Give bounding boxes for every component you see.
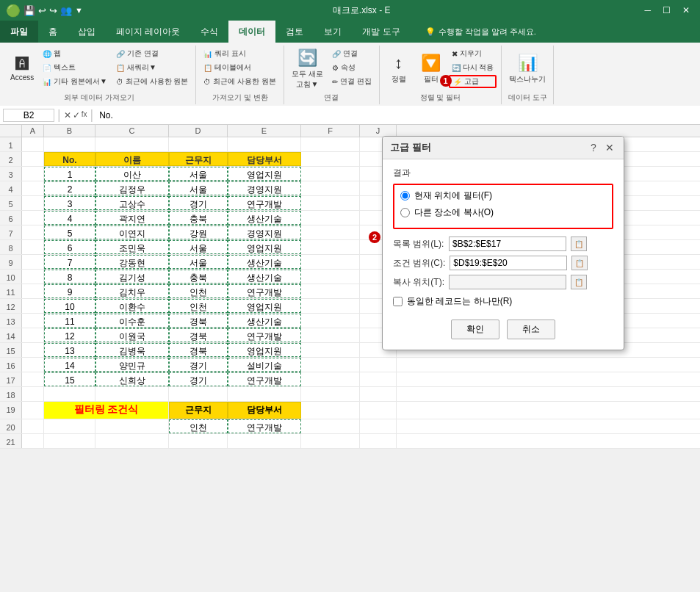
cell-d17[interactable]: 경기	[169, 372, 228, 386]
cell-a13[interactable]	[22, 314, 44, 328]
row-header-13[interactable]: 13	[0, 314, 22, 328]
cell-c15[interactable]: 김병욱	[95, 343, 169, 357]
cell-f15[interactable]	[301, 343, 360, 357]
cell-e8[interactable]: 영업지원	[228, 240, 301, 254]
cancel-button[interactable]: 취소	[507, 320, 555, 339]
tab-formulas[interactable]: 수식	[190, 21, 228, 43]
cell-c3[interactable]: 이산	[95, 167, 169, 181]
cell-a12[interactable]	[22, 299, 44, 313]
cell-d3[interactable]: 서울	[169, 167, 228, 181]
dialog-close-button[interactable]: ✕	[603, 141, 616, 154]
col-header-a[interactable]: A	[22, 125, 44, 137]
cell-c12[interactable]: 이환수	[95, 299, 169, 313]
redo-icon[interactable]: ↪	[49, 5, 57, 16]
cell-b6[interactable]: 4	[44, 211, 95, 225]
cell-f18[interactable]	[301, 387, 360, 401]
cell-f17[interactable]	[301, 372, 360, 386]
row-header-20[interactable]: 20	[0, 419, 22, 433]
cell-d2[interactable]: 근무지	[169, 152, 228, 166]
cell-j17[interactable]	[360, 372, 397, 386]
cell-a20[interactable]	[22, 419, 44, 433]
close-icon[interactable]: ✕	[678, 5, 694, 15]
cell-a17[interactable]	[22, 372, 44, 386]
cell-c1[interactable]	[95, 137, 169, 151]
cell-d9[interactable]: 서울	[169, 255, 228, 269]
radio-filter-inplace[interactable]	[400, 191, 410, 201]
confirm-formula-icon[interactable]: ✓	[73, 110, 80, 120]
connections-button[interactable]: 🔗 연결	[329, 47, 375, 60]
cell-d21[interactable]	[169, 434, 228, 448]
advanced-filter-dialog[interactable]: 고급 필터 ? ✕ 결과 현재 위치에 필터(F) 다른 장소에 복사(O) 목…	[382, 136, 624, 350]
cell-d16[interactable]: 경기	[169, 358, 228, 372]
cell-j16[interactable]	[360, 358, 397, 372]
ok-button[interactable]: 확인	[451, 320, 499, 339]
cell-f12[interactable]	[301, 299, 360, 313]
cell-c7[interactable]: 이연지	[95, 225, 169, 239]
copy-to-picker-button[interactable]: 📋	[571, 275, 587, 289]
cell-a10[interactable]	[22, 270, 44, 284]
row-header-21[interactable]: 21	[0, 434, 22, 448]
row-header-11[interactable]: 11	[0, 284, 22, 298]
cell-b2[interactable]: No.	[44, 152, 95, 166]
cell-a5[interactable]	[22, 196, 44, 210]
cell-c9[interactable]: 강동현	[95, 255, 169, 269]
cell-e19[interactable]: 담당부서	[228, 402, 301, 419]
cell-e12[interactable]: 영업지원	[228, 299, 301, 313]
reapply-button[interactable]: 🔄 다시 적용	[449, 61, 497, 74]
cell-f13[interactable]	[301, 314, 360, 328]
advanced-filter-button[interactable]: ⚡ 고급 1	[449, 75, 497, 88]
cell-a7[interactable]	[22, 225, 44, 239]
cell-e7[interactable]: 경영지원	[228, 225, 301, 239]
recent-sources2-button[interactable]: ⏱ 최근에 사용한 원본	[201, 75, 279, 88]
tab-page-layout[interactable]: 페이지 레이아웃	[106, 21, 190, 43]
list-range-picker-button[interactable]: 📋	[571, 237, 587, 251]
cell-b15[interactable]: 13	[44, 343, 95, 357]
edit-links-button[interactable]: ✏ 연결 편집	[329, 75, 375, 88]
cell-j19[interactable]	[360, 402, 397, 419]
cell-b5[interactable]: 3	[44, 196, 95, 210]
cell-f4[interactable]	[301, 181, 360, 195]
cell-b4[interactable]: 2	[44, 181, 95, 195]
cell-d18[interactable]	[169, 387, 228, 401]
quick-access-people-icon[interactable]: 👥	[60, 5, 72, 16]
cell-c20[interactable]	[95, 419, 169, 433]
cell-b17[interactable]: 15	[44, 372, 95, 386]
cell-c16[interactable]: 양민규	[95, 358, 169, 372]
cell-b10[interactable]: 8	[44, 270, 95, 284]
tab-review[interactable]: 검토	[275, 21, 314, 43]
cell-d14[interactable]: 경북	[169, 328, 228, 342]
cell-e17[interactable]: 연구개발	[228, 372, 301, 386]
row-header-12[interactable]: 12	[0, 299, 22, 313]
text-button[interactable]: 📄 텍스트	[40, 61, 110, 74]
cell-a21[interactable]	[22, 434, 44, 448]
cell-b9[interactable]: 7	[44, 255, 95, 269]
col-header-b[interactable]: B	[44, 125, 95, 137]
radio-copy-to[interactable]	[400, 208, 410, 217]
cell-b20[interactable]	[44, 419, 95, 433]
cell-f10[interactable]	[301, 270, 360, 284]
cell-f9[interactable]	[301, 255, 360, 269]
cell-b21[interactable]	[44, 434, 95, 448]
cell-c2[interactable]: 이름	[95, 152, 169, 166]
cell-e6[interactable]: 생산기술	[228, 211, 301, 225]
cell-d7[interactable]: 강원	[169, 225, 228, 239]
row-header-6[interactable]: 6	[0, 211, 22, 225]
refresh-all-button[interactable]: 🔄 모두 새로고침▼	[289, 47, 326, 91]
tab-insert[interactable]: 삽입	[68, 21, 106, 43]
cell-a4[interactable]	[22, 181, 44, 195]
cell-e3[interactable]: 영업지원	[228, 167, 301, 181]
recent-sources-button[interactable]: ⏱ 최근에 사용한 원본	[113, 75, 192, 88]
cell-j18[interactable]	[360, 387, 397, 401]
cell-e15[interactable]: 영업지원	[228, 343, 301, 357]
web-button[interactable]: 🌐 웹	[40, 47, 110, 60]
cell-d15[interactable]: 경북	[169, 343, 228, 357]
row-header-5[interactable]: 5	[0, 196, 22, 210]
minimize-icon[interactable]: ─	[640, 5, 655, 15]
new-query-button[interactable]: 📋 새쿼리▼	[113, 61, 192, 74]
cell-a16[interactable]	[22, 358, 44, 372]
cell-c5[interactable]: 고상수	[95, 196, 169, 210]
cell-f20[interactable]	[301, 419, 360, 433]
tab-data[interactable]: 데이터	[228, 21, 275, 43]
cell-f7[interactable]	[301, 225, 360, 239]
cell-c14[interactable]: 이원국	[95, 328, 169, 342]
